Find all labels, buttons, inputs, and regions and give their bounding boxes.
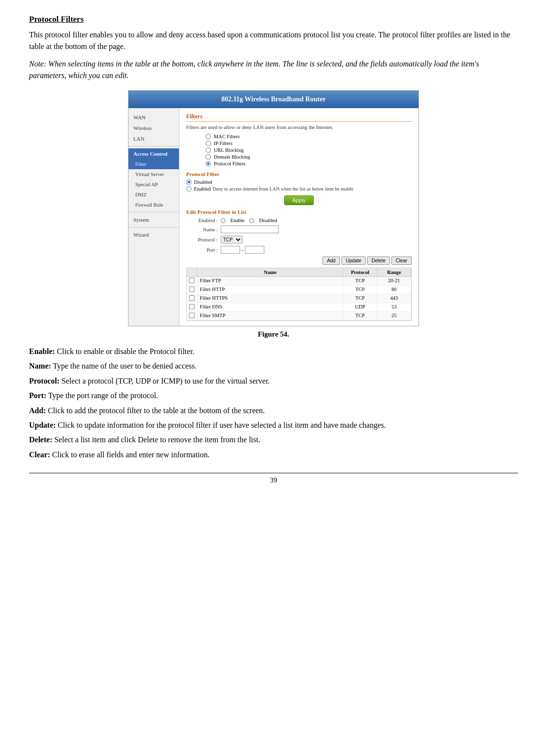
- table-header-row: Name Protocol Range: [187, 268, 411, 277]
- table-row[interactable]: Filter HTTPS TCP 443: [187, 294, 411, 303]
- table-row[interactable]: Filter DNS UDP 53: [187, 303, 411, 312]
- delete-button[interactable]: Delete: [367, 257, 390, 265]
- router-sidebar: WAN Wireless LAN Access Control Filter V…: [129, 108, 179, 326]
- table-row[interactable]: Filter HTTP TCP 80: [187, 286, 411, 294]
- sidebar-item-lan[interactable]: LAN: [129, 133, 179, 144]
- row2-name: Filter HTTP: [197, 286, 343, 294]
- mac-filters-label: MAC Filters: [214, 134, 240, 139]
- disabled-radio[interactable]: [249, 218, 254, 223]
- mac-filters-radio[interactable]: [206, 134, 211, 139]
- router-content: Filters Filters are used to allow or den…: [179, 108, 418, 326]
- desc-port: Port: Type the port range of the protoco…: [29, 389, 518, 402]
- update-desc: Click to update information for the prot…: [58, 421, 386, 429]
- apply-button[interactable]: Apply: [284, 195, 314, 205]
- note-paragraph: Note: When selecting items in the table …: [29, 58, 518, 81]
- enabled-label: Enabled :: [186, 218, 218, 223]
- clear-term: Clear:: [29, 450, 50, 459]
- sidebar-item-access-control[interactable]: Access Control: [129, 148, 179, 159]
- row4-check[interactable]: [187, 303, 197, 311]
- name-label: Name :: [186, 227, 218, 232]
- port-label: Port :: [186, 247, 218, 253]
- protocol-term: Protocol:: [29, 377, 60, 385]
- row4-protocol: UDP: [343, 303, 377, 311]
- mac-filters-option[interactable]: MAC Filters: [206, 134, 412, 139]
- row5-range: 25: [377, 312, 411, 320]
- page-title: Protocol Filters: [29, 15, 518, 24]
- url-blocking-option[interactable]: URL Blocking: [206, 147, 412, 153]
- protocol-select[interactable]: TCP UDP ICMP: [221, 236, 242, 243]
- ip-filters-option[interactable]: IP Filters: [206, 141, 412, 146]
- descriptions-block: Enable: Click to enable or disable the P…: [29, 345, 518, 461]
- desc-enable: Enable: Click to enable or disable the P…: [29, 345, 518, 358]
- pf-enabled-radio[interactable]: [186, 186, 192, 192]
- table-col-checkbox: [187, 268, 197, 276]
- update-button[interactable]: Update: [341, 257, 366, 265]
- port-start-input[interactable]: [221, 246, 240, 254]
- edit-section-title: Edit Protocol Filter in List: [186, 209, 412, 215]
- table-row[interactable]: Filter FTP TCP 20-21: [187, 277, 411, 286]
- sidebar-item-system[interactable]: System: [129, 214, 179, 225]
- update-term: Update:: [29, 421, 56, 429]
- name-term: Name:: [29, 362, 51, 370]
- router-header: 802.11g Wireless Broadband Router: [129, 91, 418, 108]
- domain-blocking-radio[interactable]: [206, 154, 211, 160]
- sidebar-item-dmz[interactable]: DMZ: [129, 190, 179, 200]
- pf-disabled-radio[interactable]: [186, 179, 192, 185]
- row1-name: Filter FTP: [197, 277, 343, 285]
- add-desc: Click to add the protocol filter to the …: [48, 406, 265, 415]
- url-blocking-radio[interactable]: [206, 147, 211, 153]
- row2-check[interactable]: [187, 286, 197, 294]
- enabled-form-row: Enabled : Enable Disabled: [186, 218, 412, 223]
- row3-range: 443: [377, 294, 411, 303]
- sidebar-item-wan[interactable]: WAN: [129, 112, 179, 123]
- port-form-row: Port : -: [186, 246, 412, 254]
- sidebar-item-filter[interactable]: Filter: [129, 159, 179, 169]
- desc-clear: Clear: Click to erase all fields and ent…: [29, 449, 518, 461]
- name-form-row: Name :: [186, 225, 412, 233]
- add-button[interactable]: Add: [322, 257, 340, 265]
- protocol-desc: Select a protocol (TCP, UDP or ICMP) to …: [62, 377, 270, 385]
- desc-name: Name: Type the name of the user to be de…: [29, 360, 518, 372]
- page-number: 39: [29, 473, 518, 484]
- sidebar-item-wizard[interactable]: Wizard: [129, 229, 179, 240]
- row5-check[interactable]: [187, 312, 197, 320]
- sidebar-item-special-ap[interactable]: Special AP: [129, 179, 179, 190]
- sidebar-item-firewall-rule[interactable]: Firewall Rule: [129, 200, 179, 210]
- protocol-filter-table: Name Protocol Range Filter FTP TCP 20-21…: [186, 268, 412, 321]
- domain-blocking-label: Domain Blocking: [214, 154, 250, 160]
- port-dash: -: [241, 247, 243, 253]
- pf-enabled-option[interactable]: Enabled Deny to access internet from LAN…: [186, 186, 412, 192]
- desc-update: Update: Click to update information for …: [29, 419, 518, 432]
- table-col-protocol: Protocol: [343, 268, 377, 276]
- protocol-filter-title: Protocol Filter: [186, 171, 412, 177]
- disabled-option[interactable]: Disabled: [249, 218, 277, 223]
- apply-btn-row: Apply: [186, 195, 412, 205]
- row4-name: Filter DNS: [197, 303, 343, 311]
- protocol-filters-radio[interactable]: [206, 161, 211, 166]
- url-blocking-label: URL Blocking: [214, 147, 244, 153]
- table-row[interactable]: Filter SMTP TCP 25: [187, 312, 411, 321]
- sidebar-item-wireless[interactable]: Wireless: [129, 123, 179, 133]
- protocol-filters-option[interactable]: Protocol Filters: [206, 161, 412, 166]
- enable-radio[interactable]: [221, 218, 225, 223]
- row1-range: 20-21: [377, 277, 411, 285]
- row3-check[interactable]: [187, 294, 197, 303]
- row1-check[interactable]: [187, 277, 197, 285]
- delete-desc: Select a list item and click Delete to r…: [54, 435, 260, 444]
- row3-protocol: TCP: [343, 294, 377, 303]
- domain-blocking-option[interactable]: Domain Blocking: [206, 154, 412, 160]
- name-input[interactable]: [221, 225, 279, 233]
- action-buttons: Add Update Delete Clear: [186, 257, 412, 265]
- enable-option[interactable]: Enable: [221, 218, 244, 223]
- intro-paragraph: This protocol filter enables you to allo…: [29, 29, 518, 52]
- row2-range: 80: [377, 286, 411, 294]
- enable-term: Enable:: [29, 347, 55, 355]
- port-end-input[interactable]: [245, 246, 264, 254]
- sidebar-item-virtual-server[interactable]: Virtual Server: [129, 169, 179, 179]
- ip-filters-label: IP Filters: [214, 141, 232, 146]
- pf-disabled-option[interactable]: Disabled: [186, 179, 412, 185]
- clear-button[interactable]: Clear: [391, 257, 412, 265]
- add-term: Add:: [29, 406, 46, 415]
- ip-filters-radio[interactable]: [206, 141, 211, 146]
- desc-delete: Delete: Select a list item and click Del…: [29, 434, 518, 446]
